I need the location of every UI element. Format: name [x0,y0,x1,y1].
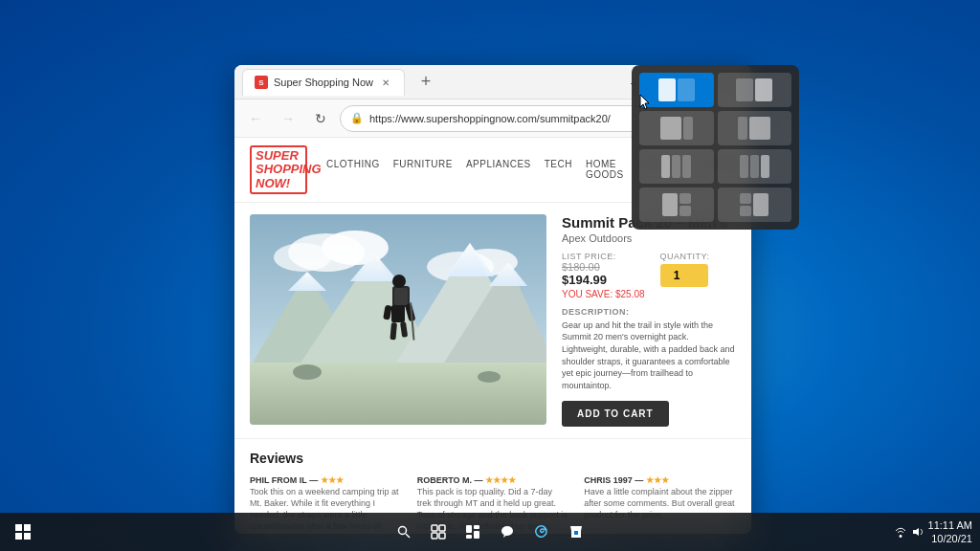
clock-display[interactable]: 11:11 AM 10/20/21 [928,518,972,546]
taskbar: 11:11 AM 10/20/21 [0,513,980,551]
review-author-2: ROBERTO M. — ★★★★ [417,475,569,485]
description-text: Gear up and hit the trail in style with … [562,320,736,392]
description-label: DESCRIPTION: [562,307,736,317]
lock-icon: 🔒 [350,112,364,124]
current-price: $194.99 [562,273,645,287]
new-tab-button[interactable]: + [412,69,439,96]
tab-close-button[interactable]: ✕ [379,76,392,89]
tab-favicon: S [255,76,268,89]
description-section: DESCRIPTION: Gear up and hit the trail i… [562,307,736,392]
search-button[interactable] [389,517,419,547]
chat-button[interactable] [492,517,523,547]
back-button[interactable]: ← [242,105,269,132]
site-logo: SUPER SHOPPING NOW! [250,145,307,194]
svg-point-30 [392,275,406,288]
svg-rect-45 [439,533,445,539]
svg-point-26 [478,371,501,383]
price-label: LIST PRICE: [562,252,645,261]
snap-right-two-thirds[interactable] [718,111,792,145]
svg-line-41 [406,534,410,538]
snap-left-half[interactable] [639,73,714,107]
nav-tech[interactable]: TECH [545,159,572,180]
nav-appliances[interactable]: APPLIANCES [466,159,531,180]
snap-stacked-left[interactable] [639,187,714,222]
edge-button[interactable] [526,517,557,547]
reload-button[interactable]: ↻ [307,105,334,132]
product-area: Summit Pack 20 – Men's Apex Outdoors LIS… [234,203,751,439]
svg-point-25 [293,364,322,380]
svg-rect-46 [466,525,472,533]
add-to-cart-button[interactable]: ADD TO CART [562,401,669,427]
taskview-button[interactable] [423,517,454,547]
svg-point-40 [399,527,407,535]
start-button[interactable] [8,517,38,547]
snap-stacked-right[interactable] [718,187,792,222]
widgets-button[interactable] [457,517,488,547]
svg-rect-44 [432,533,437,539]
svg-rect-28 [394,288,408,305]
product-image [250,214,546,425]
tab-title: Super Shopping Now [274,77,373,88]
snap-quarter-1[interactable] [639,149,714,184]
svg-point-13 [274,243,331,272]
svg-rect-38 [15,533,22,540]
product-brand: Apex Outdoors [562,232,736,244]
store-button[interactable] [561,517,591,547]
time: 11:11 AM [928,518,972,532]
svg-rect-48 [466,535,472,539]
url-text: https://www.supershoppingnow.com/summitp… [369,113,611,124]
taskbar-right: 11:11 AM 10/20/21 [894,518,980,546]
snap-quarter-4[interactable] [718,149,792,184]
logo-text: SUPER SHOPPING NOW! [250,145,307,194]
original-price: $180.00 [562,261,645,273]
reviews-title: Reviews [250,451,736,466]
snap-right-half[interactable] [718,73,792,107]
snap-left-two-thirds[interactable] [639,111,714,145]
svg-rect-49 [474,531,479,539]
svg-rect-36 [15,524,22,531]
svg-rect-37 [24,524,31,531]
svg-rect-43 [439,525,445,531]
quantity-input[interactable]: 1 [660,264,708,287]
browser-tab[interactable]: S Super Shopping Now ✕ [242,69,405,96]
svg-rect-42 [432,525,437,531]
nav-home-goods[interactable]: HOME GOODS [586,159,624,180]
review-author-1: PHIL FROM IL — ★★★ [250,475,402,485]
svg-rect-39 [24,533,31,540]
forward-button[interactable]: → [275,105,301,132]
taskbar-left [0,517,38,547]
taskbar-center [389,517,591,547]
nav-furniture[interactable]: FURNITURE [393,159,453,180]
svg-rect-29 [391,305,405,322]
quantity-section: QUANTITY: 1 [660,252,710,287]
date: 10/20/21 [928,532,972,545]
svg-point-50 [501,526,513,536]
review-author-3: CHRIS 1997 — ★★★ [584,475,736,485]
price-section: LIST PRICE: $180.00 $194.99 YOU SAVE: $2… [562,252,645,299]
product-details: Summit Pack 20 – Men's Apex Outdoors LIS… [562,214,736,428]
system-tray [894,525,924,539]
snap-layout-overlay [632,65,799,230]
quantity-label: QUANTITY: [660,252,710,261]
nav-clothing[interactable]: CLOTHING [326,159,380,180]
save-amount: YOU SAVE: $25.08 [562,289,645,299]
wifi-icon [894,525,907,539]
volume-icon [911,525,924,539]
svg-rect-47 [474,525,479,529]
